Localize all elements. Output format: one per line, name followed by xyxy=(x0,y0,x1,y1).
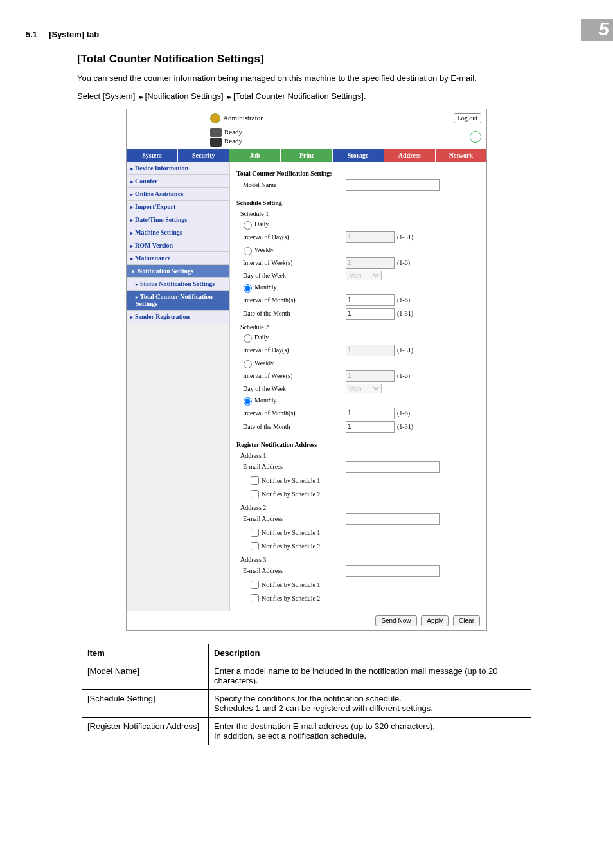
sidebar-item-notification[interactable]: Notification Settings xyxy=(127,265,229,278)
item-cell: [Register Notification Address] xyxy=(82,717,209,745)
sidebar-item-sender-reg[interactable]: Sender Registration xyxy=(127,311,229,323)
notif-s1-label: Notifies by Schedule 1 xyxy=(262,529,320,536)
page-title: [Total Counter Notification Settings] xyxy=(77,53,587,66)
tab-print[interactable]: Print xyxy=(281,149,332,162)
s2-interval-month-input[interactable] xyxy=(346,408,395,419)
range-label: (1-6) xyxy=(397,372,410,379)
status-ready-1: Ready xyxy=(224,128,242,136)
email-label: E-mail Address xyxy=(243,515,346,522)
item-cell: [Schedule Setting] xyxy=(82,689,209,717)
sidebar-item-total-counter[interactable]: Total Counter Notification Settings xyxy=(127,291,229,311)
sidebar-item-counter[interactable]: Counter xyxy=(127,175,229,188)
s1-date-of-month-input[interactable] xyxy=(346,308,395,320)
s1-interval-week-input[interactable] xyxy=(346,257,395,269)
s1-weekly-radio[interactable] xyxy=(244,247,252,255)
item-cell: [Model Name] xyxy=(82,662,209,689)
section-ref: 5.1 xyxy=(26,30,37,39)
schedule2-label: Schedule 2 xyxy=(240,323,480,330)
sidebar-item-status-notif[interactable]: Status Notification Settings xyxy=(127,278,229,291)
address3-s1-checkbox[interactable] xyxy=(251,581,259,589)
sidebar-item-rom[interactable]: ROM Version xyxy=(127,239,229,252)
date-of-month-label: Date of the Month xyxy=(243,310,346,317)
email-label: E-mail Address xyxy=(243,463,346,470)
range-label: (1-6) xyxy=(397,259,410,266)
s2-weekly-radio[interactable] xyxy=(244,360,252,368)
email-label: E-mail Address xyxy=(243,567,346,574)
address3-label: Address 3 xyxy=(240,556,480,563)
monthly-label: Monthly xyxy=(254,397,276,404)
select-suffix: [Total Counter Notification Settings]. xyxy=(231,91,366,101)
interval-month-label: Interval of Month(s) xyxy=(243,410,346,417)
address1-s1-checkbox[interactable] xyxy=(251,476,259,485)
desc-cell: Specify the conditions for the notificat… xyxy=(209,689,531,717)
range-label: (1-31) xyxy=(397,310,413,317)
address2-s2-checkbox[interactable] xyxy=(251,542,259,550)
sidebar-item-online-assist[interactable]: Online Assistance xyxy=(127,188,229,201)
clear-button[interactable]: Clear xyxy=(453,615,480,626)
s1-interval-month-input[interactable] xyxy=(346,294,395,306)
sidebar-item-maintenance[interactable]: Maintenance xyxy=(127,252,229,265)
select-prefix: Select [System] xyxy=(77,91,138,101)
s1-interval-day-input[interactable] xyxy=(346,231,395,243)
address2-s1-checkbox[interactable] xyxy=(251,529,259,537)
apply-button[interactable]: Apply xyxy=(421,615,449,626)
reg-addr-heading: Register Notification Address xyxy=(236,441,480,448)
sidebar-item-import-export[interactable]: Import/Export xyxy=(127,201,229,213)
address3-s2-checkbox[interactable] xyxy=(251,594,259,602)
interval-day-label: Interval of Day(s) xyxy=(243,347,346,354)
s2-day-of-week-select[interactable]: Mon xyxy=(346,384,382,393)
address3-email-input[interactable] xyxy=(346,565,440,577)
s2-date-of-month-input[interactable] xyxy=(346,421,395,433)
desc-cell: Enter the destination E-mail address (up… xyxy=(209,717,531,745)
intro-text: You can send the counter information bei… xyxy=(77,72,587,85)
interval-month-label: Interval of Month(s) xyxy=(243,296,346,303)
monthly-label: Monthly xyxy=(254,284,276,291)
send-now-button[interactable]: Send Now xyxy=(375,615,416,626)
s2-monthly-radio[interactable] xyxy=(244,397,252,406)
interval-day-label: Interval of Day(s) xyxy=(243,233,346,240)
sidebar-item-machine[interactable]: Machine Settings xyxy=(127,226,229,239)
daily-label: Daily xyxy=(254,334,269,341)
tab-security[interactable]: Security xyxy=(178,149,229,162)
s1-day-of-week-select[interactable]: Mon xyxy=(346,271,382,280)
address1-email-input[interactable] xyxy=(346,461,440,473)
model-name-input[interactable] xyxy=(346,179,440,191)
s1-daily-radio[interactable] xyxy=(244,221,252,230)
interval-week-label: Interval of Week(s) xyxy=(243,372,346,379)
s2-interval-week-input[interactable] xyxy=(346,370,395,382)
main-heading: Total Counter Notification Settings xyxy=(236,170,480,177)
main-pane: Total Counter Notification Settings Mode… xyxy=(230,162,486,611)
weekly-label: Weekly xyxy=(254,246,274,253)
s2-daily-radio[interactable] xyxy=(244,334,252,343)
schedule1-label: Schedule 1 xyxy=(240,210,480,217)
sidebar-item-device-info[interactable]: Device Information xyxy=(127,162,229,175)
address2-email-input[interactable] xyxy=(346,513,440,525)
table-row: [Schedule Setting] Specify the condition… xyxy=(82,689,531,717)
tab-address[interactable]: Address xyxy=(384,149,436,162)
range-label: (1-31) xyxy=(397,233,413,240)
notif-s2-label: Notifies by Schedule 2 xyxy=(262,543,320,550)
tab-job[interactable]: Job xyxy=(229,149,281,162)
logout-button[interactable]: Log out xyxy=(454,113,481,123)
description-table: Item Description [Model Name] Enter a mo… xyxy=(82,644,531,745)
s2-interval-day-input[interactable] xyxy=(346,345,395,356)
status-ready-2: Ready xyxy=(224,137,242,145)
sidebar: Device Information Counter Online Assist… xyxy=(127,162,230,611)
notif-s1-label: Notifies by Schedule 1 xyxy=(262,581,320,588)
s1-monthly-radio[interactable] xyxy=(244,284,252,293)
admin-label: Administrator xyxy=(210,113,263,123)
tab-network[interactable]: Network xyxy=(436,149,486,162)
tab-storage[interactable]: Storage xyxy=(333,149,384,162)
refresh-icon[interactable] xyxy=(470,131,481,143)
daily-label: Daily xyxy=(254,221,269,228)
range-label: (1-31) xyxy=(397,347,413,354)
address2-label: Address 2 xyxy=(240,504,480,511)
tray-icon xyxy=(210,138,222,147)
desc-cell: Enter a model name to be included in the… xyxy=(209,662,531,689)
notif-s2-label: Notifies by Schedule 2 xyxy=(262,595,320,602)
arrow-icon xyxy=(138,91,143,101)
sidebar-item-date-time[interactable]: Date/Time Settings xyxy=(127,213,229,226)
tab-system[interactable]: System xyxy=(127,149,178,162)
address1-s2-checkbox[interactable] xyxy=(251,490,259,498)
range-label: (1-31) xyxy=(397,423,413,430)
